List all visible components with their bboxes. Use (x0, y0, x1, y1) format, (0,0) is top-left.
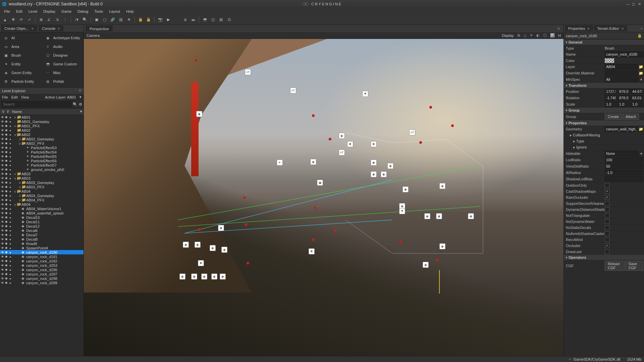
viewport-gizmo[interactable]: ◉ (439, 183, 445, 189)
tree-row[interactable]: 👁✱▸>📁AB01_PFX (0, 124, 84, 128)
unlock-icon[interactable]: 🔓 (146, 17, 152, 23)
freeze-icon[interactable]: ✱ (5, 181, 8, 184)
checkbox-outdooronly[interactable] (605, 183, 609, 188)
checkbox-occluder[interactable]: ✓ (605, 243, 609, 248)
create-item-brush[interactable]: ▣Brush (0, 51, 42, 60)
save-cgf-button[interactable]: Save CGF (626, 261, 643, 271)
close-icon[interactable]: ✕ (78, 88, 82, 93)
tree-row[interactable]: 👁✱▸◆canyon_rock_d182 (0, 259, 84, 263)
tree-row[interactable]: 👁✱▸v📂AB02_PFX (0, 141, 84, 145)
visibility-icon[interactable]: 👁 (1, 124, 4, 128)
checkbox-noamnbshadowcaster[interactable] (605, 231, 609, 236)
freeze-icon[interactable]: ✱ (5, 116, 8, 119)
viewport-gizmo[interactable]: ◉ (201, 274, 207, 280)
tree-row[interactable]: 👁✱▸✦ParticleEffect55 (0, 154, 84, 159)
freeze-icon[interactable]: ✱ (5, 129, 8, 132)
freeze-icon[interactable]: ✱ (5, 242, 8, 245)
visibility-icon[interactable]: 👁 (1, 177, 4, 180)
create-item-prefab[interactable]: ⊞Prefab (42, 77, 84, 86)
wireframe-icon[interactable]: △ (524, 33, 526, 38)
create-item-designer[interactable]: ⬡Designer (42, 51, 84, 60)
freeze-icon[interactable]: ✱ (5, 194, 8, 197)
tree-row[interactable]: 👁✱▸✦ParticleEffect53 (0, 145, 84, 150)
input-minspec[interactable] (605, 77, 639, 82)
tree-row[interactable]: 👁✱▸>📁AB03_Gameplay (0, 180, 84, 185)
visibility-icon[interactable]: 👁 (1, 159, 4, 163)
viewport-gizmo[interactable]: ◉ (381, 171, 387, 177)
expand-icon[interactable]: > (18, 185, 21, 189)
select-icon[interactable]: ▸ (9, 198, 12, 202)
tree-row[interactable]: 👁✱▸✦ParticleEffect54 (0, 150, 84, 154)
input-rot-y[interactable] (618, 95, 630, 101)
dropdown-icon[interactable]: ▾ (79, 95, 82, 99)
viewport-gizmo[interactable]: AT (245, 69, 251, 75)
input-viewdist[interactable] (605, 164, 643, 169)
tree-row[interactable]: 👁✱▸v📂AB03 (0, 176, 84, 180)
input-geometry[interactable] (605, 126, 638, 132)
expand-icon[interactable]: > (18, 181, 21, 185)
visibility-icon[interactable]: 👁 (1, 133, 4, 136)
visibility-icon[interactable]: 👁 (1, 277, 4, 280)
input-name[interactable] (605, 52, 643, 57)
minimize-button[interactable]: — (626, 2, 630, 6)
visibility-icon[interactable]: 👁 (1, 220, 4, 224)
select-icon[interactable]: ▸ (9, 220, 12, 224)
move-tool-icon[interactable]: ✥ (10, 17, 16, 23)
select-icon[interactable]: ▸ (9, 251, 12, 254)
expand-icon[interactable]: v (13, 176, 17, 180)
input-hideable[interactable] (605, 151, 639, 156)
select-icon[interactable]: ▸ (9, 264, 12, 267)
freeze-icon[interactable]: ✱ (5, 190, 8, 193)
viewport-gizmo[interactable]: ◉ (387, 163, 393, 169)
freeze-icon[interactable]: ✱ (5, 268, 8, 272)
label-collision-ignore[interactable]: ▸ Ignore (564, 144, 604, 150)
menu-debug[interactable]: Debug (75, 9, 91, 14)
freeze-icon[interactable]: ✱ (5, 259, 8, 263)
visibility-icon[interactable]: 👁 (1, 259, 4, 263)
select-icon[interactable]: ▸ (9, 120, 12, 123)
visibility-icon[interactable]: 👁 (1, 198, 4, 202)
grid-icon[interactable]: ⊞ (517, 33, 520, 38)
snap-grid-icon[interactable]: ⊞ (38, 17, 44, 23)
checkbox-castshadowmaps[interactable]: ✓ (605, 189, 609, 194)
terrain-icon[interactable]: ◔ (74, 17, 80, 23)
freeze-icon[interactable]: ✱ (5, 251, 8, 254)
checkbox-nottriangulate[interactable] (605, 213, 609, 218)
freeze-icon[interactable]: ✱ (5, 207, 8, 210)
select-icon[interactable]: ▸ (9, 246, 12, 250)
freeze-icon[interactable]: ✱ (5, 212, 8, 215)
attach-group-button[interactable]: Attach (623, 114, 639, 120)
snap-angle-icon[interactable]: ∠ (46, 17, 52, 23)
freeze-icon[interactable]: ✱ (5, 246, 8, 250)
visibility-icon[interactable]: 👁 (1, 255, 4, 258)
browse-icon[interactable]: 📁 (639, 127, 643, 131)
freeze-icon[interactable]: ✱ (5, 225, 8, 228)
visibility-icon[interactable]: 👁 (1, 216, 4, 219)
freeze-icon[interactable]: ✱ (5, 229, 8, 232)
freeze-icon[interactable]: ✱ (5, 277, 8, 280)
freeze-icon[interactable]: ✱ (5, 164, 8, 167)
create-item-area[interactable]: ▭Area (0, 42, 42, 51)
viewport-gizmo[interactable]: ◉ (310, 159, 316, 165)
create-item-entity[interactable]: ✦Entity (0, 60, 42, 68)
link-icon[interactable]: 🔗 (110, 17, 116, 23)
select-all-icon[interactable]: ▣ (94, 17, 100, 23)
visibility-icon[interactable]: 👁 (1, 233, 4, 237)
tree-row[interactable]: 👁✱▸◆canyon_rock_d253 (0, 263, 84, 267)
visibility-icon[interactable]: 👁 (1, 155, 4, 158)
expand-icon[interactable]: > (18, 194, 21, 198)
close-icon[interactable]: ✕ (621, 27, 624, 31)
camera-dropdown[interactable]: Camera (87, 34, 100, 38)
viewport-gizmo[interactable]: ⚑ (362, 91, 368, 97)
tree-row[interactable]: 👁✱▸◆canyon_rock_d286 (0, 267, 84, 272)
freeze-icon[interactable]: ✱ (5, 233, 8, 237)
visibility-icon[interactable]: 👁 (1, 120, 4, 123)
input-pos-y[interactable] (618, 89, 630, 94)
visibility-icon[interactable]: 👁 (1, 172, 4, 176)
select-icon[interactable]: ▸ (9, 203, 12, 206)
tree-row[interactable]: 👁✱▸📁AB01_Gameplay (0, 119, 84, 124)
level-explorer-search[interactable] (1, 101, 71, 107)
tree-row[interactable]: 👁✱▸✦ParticleEffect57 (0, 163, 84, 167)
tree-row[interactable]: 👁✱▸◆AB04_WaterVolume1 (0, 206, 84, 211)
select-icon[interactable]: ▸ (9, 150, 12, 154)
